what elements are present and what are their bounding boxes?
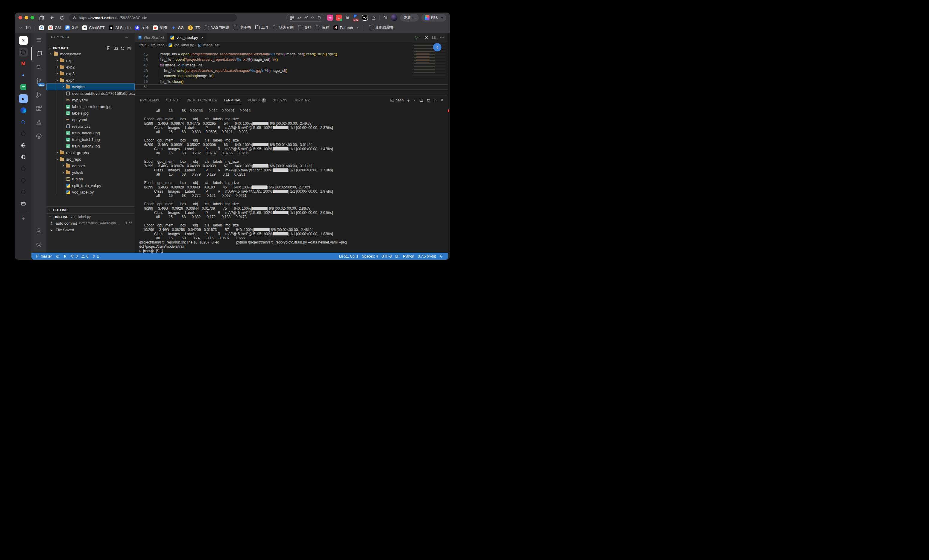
panel-tab-problems[interactable]: PROBLEMS	[140, 95, 159, 105]
breadcrumb-item[interactable]: train	[140, 43, 146, 47]
bookmark-度译[interactable]: 译度译	[133, 24, 151, 31]
tree-item[interactable]: labels.jpg	[46, 110, 135, 116]
tree-item[interactable]: voc_label.py	[46, 189, 135, 195]
tree-item[interactable]: src_repo	[46, 156, 135, 162]
favorite-star-icon[interactable]: ☆	[311, 15, 314, 20]
play-icon[interactable]: ▶	[19, 94, 28, 103]
status-ln-51-col-1[interactable]: Ln 51, Col 1	[337, 254, 360, 259]
collapse-all-icon[interactable]	[127, 46, 132, 50]
terminal-output[interactable]: all 15 68 0.00256 0.212 0.00591 0.0016 E…	[139, 109, 445, 253]
panel-tab-debug-console[interactable]: DEBUG CONSOLE	[187, 95, 217, 105]
status-antenna-icon[interactable]: 1	[90, 254, 101, 259]
favorites-list-icon[interactable]	[382, 15, 388, 21]
refresh-icon[interactable]	[120, 46, 125, 50]
tab-get-started[interactable]: Get Started	[135, 33, 167, 42]
close-window-button[interactable]	[18, 16, 22, 20]
tree-item[interactable]: >_run.sh	[46, 176, 135, 182]
activity-files-icon[interactable]	[31, 47, 46, 60]
scrollbar[interactable]	[448, 33, 450, 260]
swirl-icon[interactable]	[19, 106, 28, 115]
breadcrumb[interactable]: train›src_repo›voc_label.py›image_set	[135, 42, 448, 49]
other-bookmarks-folder[interactable]: 其他收藏夹	[367, 24, 396, 31]
chevron-down-icon[interactable]	[18, 26, 23, 30]
close-panel-icon[interactable]: ×	[440, 98, 443, 103]
globe-icon[interactable]	[19, 141, 28, 150]
activity-account-icon[interactable]	[31, 224, 46, 238]
activity-menu-icon[interactable]	[31, 33, 46, 47]
new-terminal-icon[interactable]: +	[407, 98, 410, 103]
panel-tab-output[interactable]: OUTPUT	[166, 95, 180, 105]
spiral-dim-icon[interactable]	[19, 176, 28, 185]
gmail-icon[interactable]: M	[19, 59, 28, 68]
tree-item[interactable]: labels_correlogram.jpg	[46, 103, 135, 110]
darkreader-extension-icon[interactable]	[362, 15, 368, 21]
keys-extension-icon[interactable]	[345, 15, 351, 21]
tab-overview-icon[interactable]	[39, 15, 44, 20]
project-section-header[interactable]: PROJECT	[46, 46, 135, 51]
bookmark-folder[interactable]: 电子书	[231, 24, 253, 31]
status-spaces-4[interactable]: Spaces: 4	[360, 254, 380, 259]
bookmark-folder[interactable]: 工具	[253, 24, 271, 31]
notes-extension-icon[interactable]: ≡	[336, 15, 342, 21]
shell-selector[interactable]: bash	[390, 98, 404, 102]
address-bar[interactable]: https://cvmart.net/code/58233/VSCode	[69, 14, 237, 21]
tree-item[interactable]: exp3	[46, 70, 135, 77]
update-button[interactable]: 更新⋯	[400, 14, 419, 21]
maximize-panel-icon[interactable]	[434, 98, 437, 102]
outline-section-header[interactable]: OUTLINE	[46, 207, 135, 213]
spiral-active-icon[interactable]	[19, 47, 28, 57]
cards-icon[interactable]	[19, 199, 28, 208]
bookmark-G译[interactable]: 译G译	[63, 24, 80, 31]
panel-tab-jupyter[interactable]: JUPYTER	[294, 95, 310, 105]
panel-tab-ports[interactable]: PORTS1	[248, 95, 266, 105]
timeline-item[interactable]: File Saved	[46, 226, 135, 233]
bookmark-GM[interactable]: MGM	[46, 24, 63, 31]
tree-item[interactable]: split_train_val.py	[46, 182, 135, 189]
chevron-right-icon[interactable]	[356, 26, 359, 30]
chatgpt-icon[interactable]: ✳	[19, 36, 28, 45]
bookmark-folder[interactable]: 资料	[296, 24, 314, 31]
activity-gear-icon[interactable]	[31, 238, 46, 252]
gitlens-compare-icon[interactable]	[425, 35, 429, 40]
gemini-icon[interactable]: ✦	[19, 71, 28, 80]
tree-item[interactable]: train_batch0.jpg	[46, 130, 135, 136]
panel-tab-terminal[interactable]: TERMINAL	[224, 95, 241, 105]
split-terminal-icon[interactable]	[419, 98, 423, 102]
bookmark-GG[interactable]: ✦GG	[169, 24, 185, 31]
breadcrumb-item[interactable]: src_repo	[150, 43, 165, 47]
reading-list-icon[interactable]	[26, 25, 31, 30]
more-actions-icon[interactable]: ⋯	[440, 35, 444, 40]
tree-item[interactable]: exp	[46, 57, 135, 64]
timeline-section-header[interactable]: TIMELINE voc_label.py	[46, 213, 135, 220]
timeline-item[interactable]: auto commitcvmart-dev-144492-qin...1 hr	[46, 220, 135, 226]
kill-terminal-icon[interactable]	[426, 98, 431, 102]
tree-item[interactable]: YMLopt.yaml	[46, 116, 135, 123]
activity-debug-icon[interactable]	[31, 88, 46, 102]
reload-icon[interactable]	[59, 15, 64, 20]
more-actions-icon[interactable]: ⋯	[125, 35, 128, 39]
tree-item[interactable]: weights	[46, 83, 135, 90]
status-bell-icon[interactable]	[438, 254, 445, 258]
breadcrumb-item[interactable]: image_set	[198, 43, 219, 47]
status-warning-icon[interactable]: 0	[79, 254, 90, 259]
spiral-dim-icon[interactable]	[19, 188, 28, 197]
tree-item[interactable]: models/train	[46, 50, 135, 57]
status-error-icon[interactable]: 0	[69, 254, 80, 259]
status-3-7-5-64-bit[interactable]: 3.7.5 64-bit	[416, 254, 438, 259]
minimize-window-button[interactable]	[25, 16, 28, 20]
flag-extension-icon[interactable]: 1.00	[353, 15, 359, 21]
sheets-icon[interactable]	[19, 83, 28, 92]
bookmark-度图[interactable]: ◉度图	[151, 24, 169, 31]
close-icon[interactable]: ×	[201, 35, 204, 40]
tree-item[interactable]: train_batch2.jpg	[46, 143, 135, 149]
status-sliders-icon[interactable]	[61, 254, 69, 258]
bookmark-google[interactable]: G	[37, 24, 46, 31]
status-utf-8[interactable]: UTF-8	[380, 254, 394, 259]
spiral-dim-icon[interactable]	[19, 129, 28, 138]
search-blue-icon[interactable]	[19, 118, 28, 127]
tree-item[interactable]: exp4	[46, 77, 135, 83]
status-lf[interactable]: LF	[394, 254, 402, 259]
activity-gitlens-icon[interactable]	[31, 129, 46, 143]
tab-voc-label-py[interactable]: voc_label.py×	[167, 33, 207, 42]
bookmark-ITD[interactable]: IITD	[186, 24, 202, 31]
